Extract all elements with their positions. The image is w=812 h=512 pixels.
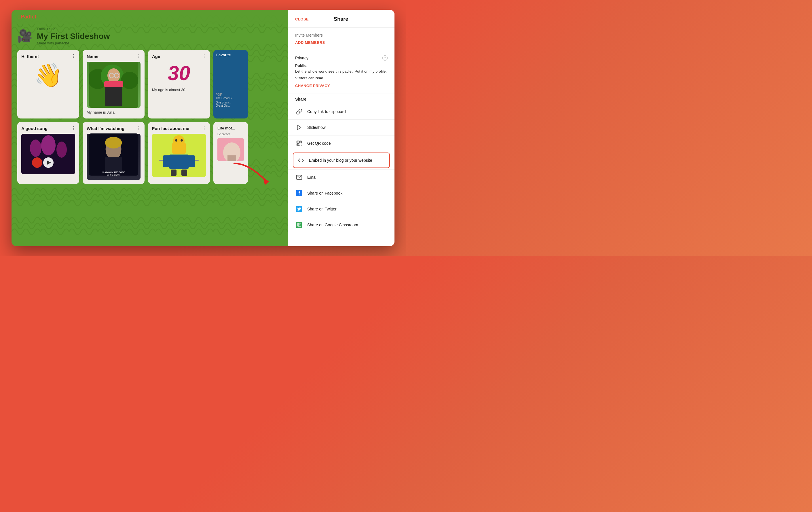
board-header: 🎥 Lady J • 3d My First Slideshow Made wi… <box>11 24 288 50</box>
share-item-slideshow[interactable]: Slideshow <box>288 119 395 135</box>
card-menu-icon[interactable]: ⋮ <box>137 126 141 131</box>
board-meta: Lady J • 3d My First Slideshow Made with… <box>37 27 110 45</box>
invite-members-label: Invite Members <box>295 33 387 37</box>
card-menu-icon[interactable]: ⋮ <box>202 126 206 131</box>
svg-point-23 <box>105 137 122 149</box>
share-item-embed[interactable]: Embed in your blog or your website <box>293 153 390 168</box>
change-privacy-button[interactable]: CHANGE PRIVACY <box>295 84 387 88</box>
visitors-can: Visitors can read. <box>295 76 387 80</box>
card-menu-icon[interactable]: ⋮ <box>71 53 76 59</box>
close-button[interactable]: CLOSE <box>295 17 309 21</box>
age-number: 30 <box>152 62 206 85</box>
cards-row-2: A good song ⋮ <box>17 122 282 184</box>
svg-point-34 <box>175 139 177 141</box>
svg-rect-33 <box>181 169 187 176</box>
card-emoji: 👋 <box>21 62 75 89</box>
svg-marker-42 <box>297 125 301 130</box>
main-content: ::Padlet 🎥 Lady J • 3d My First Slidesho… <box>11 10 288 246</box>
board-author-time: Lady J • 3d <box>37 27 110 31</box>
card-caption: My name is Julia. <box>87 110 141 114</box>
card-good-song[interactable]: A good song ⋮ <box>17 122 79 184</box>
facebook-icon: f <box>295 189 303 197</box>
board-icon: 🎥 <box>17 30 32 42</box>
svg-rect-47 <box>300 141 301 143</box>
email-label: Email <box>307 175 317 180</box>
twitter-icon <box>295 205 303 213</box>
svg-point-13 <box>56 141 67 158</box>
svg-rect-30 <box>163 155 170 167</box>
top-bar: ::Padlet <box>11 10 288 24</box>
svg-rect-48 <box>297 144 298 145</box>
embed-label: Embed in your blog or your website <box>309 158 372 163</box>
cards-row-1: Hi there! ⋮ 👋 Name ⋮ <box>17 50 282 118</box>
card-title: Fun fact about me <box>152 126 206 131</box>
card-life-mot-partial: Life mot... Be preser... <box>213 122 248 184</box>
google-classroom-icon <box>295 221 303 229</box>
invite-members-section: Invite Members ADD MEMBERS <box>288 28 395 50</box>
facebook-label: Share on Facebook <box>307 191 342 195</box>
svg-rect-29 <box>169 155 188 169</box>
play-icon <box>295 124 303 132</box>
svg-text:SHOW HIM THE CORE: SHOW HIM THE CORE <box>102 171 125 173</box>
card-title: Name <box>87 54 141 59</box>
svg-rect-37 <box>195 160 199 161</box>
qr-code-label: Get QR code <box>307 141 331 145</box>
share-item-email[interactable]: Email <box>288 169 395 185</box>
privacy-help-icon[interactable]: ? <box>382 55 387 60</box>
svg-rect-22 <box>105 157 122 173</box>
card-title: Age <box>152 54 206 59</box>
svg-rect-36 <box>159 160 163 161</box>
svg-point-57 <box>298 224 300 225</box>
share-panel-title: Share <box>334 16 348 22</box>
svg-rect-32 <box>171 169 176 176</box>
card-caption: My age is almost 30. <box>152 88 206 92</box>
card-favorite-partial: Favorite PDFThe Great G...One of my...Gr… <box>213 50 248 118</box>
padlet-logo: ::Padlet <box>17 14 36 20</box>
svg-rect-49 <box>299 143 300 144</box>
add-members-button[interactable]: ADD MEMBERS <box>295 41 387 45</box>
card-name[interactable]: Name ⋮ <box>83 50 145 118</box>
svg-rect-6 <box>104 81 123 87</box>
photo-placeholder <box>87 62 141 108</box>
qr-icon <box>295 139 303 147</box>
privacy-label: Privacy <box>295 56 309 60</box>
twitter-label: Share on Twitter <box>307 207 337 211</box>
cards-area: Hi there! ⋮ 👋 Name ⋮ <box>11 50 288 184</box>
svg-rect-46 <box>297 141 298 143</box>
card-menu-icon[interactable]: ⋮ <box>71 126 76 131</box>
svg-point-17 <box>32 157 42 168</box>
svg-rect-40 <box>228 155 236 161</box>
privacy-section: Privacy ? Public. Let the whole world se… <box>288 50 395 93</box>
svg-rect-31 <box>188 155 195 167</box>
card-menu-icon[interactable]: ⋮ <box>137 53 141 59</box>
card-age[interactable]: Age ⋮ 30 My age is almost 30. <box>148 50 210 118</box>
card-watching[interactable]: What I'm watching ⋮ SHOW HIM THE CORE <box>83 122 145 184</box>
card-title: Hi there! <box>21 54 75 59</box>
share-item-twitter[interactable]: Share on Twitter <box>288 201 395 217</box>
embed-icon <box>297 156 305 164</box>
svg-point-3 <box>121 72 138 89</box>
card-fun-fact[interactable]: Fun fact about me ⋮ <box>148 122 210 184</box>
card-menu-icon[interactable]: ⋮ <box>202 53 206 59</box>
svg-text:OF THE ONION: OF THE ONION <box>107 174 120 176</box>
music-card-image <box>21 134 75 174</box>
tvshow-image: SHOW HIM THE CORE OF THE ONION <box>87 134 141 180</box>
share-panel: CLOSE Share Invite Members ADD MEMBERS P… <box>288 10 395 246</box>
share-section-label: Share <box>288 93 395 104</box>
share-item-qr-code[interactable]: Get QR code <box>288 135 395 151</box>
share-item-google-classroom[interactable]: Share on Google Classroom <box>288 217 395 233</box>
svg-rect-50 <box>301 143 302 144</box>
privacy-status: Public. Let the whole world see this pad… <box>295 63 387 74</box>
card-title: What I'm watching <box>87 126 141 131</box>
svg-point-11 <box>30 139 41 157</box>
svg-rect-51 <box>299 145 300 146</box>
share-item-facebook[interactable]: f Share on Facebook <box>288 185 395 201</box>
card-hi-there[interactable]: Hi there! ⋮ 👋 <box>17 50 79 118</box>
board-title: My First Slideshow <box>37 32 110 41</box>
board-subtitle: Made with panache <box>37 41 110 45</box>
app-window: ::Padlet 🎥 Lady J • 3d My First Slidesho… <box>11 10 395 246</box>
share-item-copy-link[interactable]: Copy link to clipboard <box>288 104 395 119</box>
privacy-row: Privacy ? <box>295 55 387 60</box>
lego-image <box>152 134 206 177</box>
copy-link-label: Copy link to clipboard <box>307 109 346 114</box>
